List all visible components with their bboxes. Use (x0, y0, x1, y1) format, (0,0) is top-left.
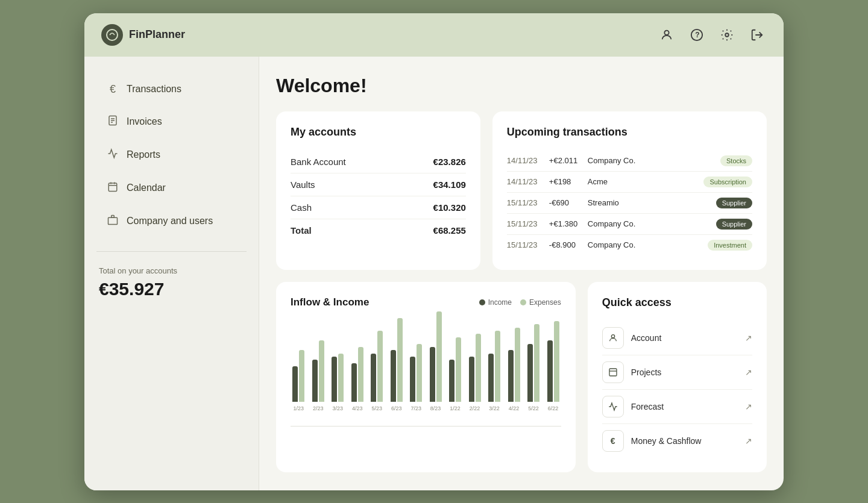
chart-header: Inflow & Income Income Expenses (291, 296, 561, 308)
account-value-bank: €23.826 (433, 157, 466, 167)
txn-date: 15/11/23 (507, 219, 542, 228)
quick-item-money-cashflow[interactable]: € Money & Cashflow ↗ (602, 424, 752, 458)
bar-label: 8/23 (430, 405, 441, 411)
table-row: 15/11/23 -€690 Streamio Supplier (507, 193, 752, 214)
svg-point-4 (725, 33, 729, 37)
sidebar-item-invoices[interactable]: Invoices (96, 107, 247, 137)
expense-bar (436, 311, 442, 402)
bar-group: 5/23 (369, 311, 385, 411)
svg-point-1 (664, 30, 668, 34)
txn-name: Streamio (588, 198, 709, 207)
account-icon-box (602, 327, 624, 349)
quick-item-account[interactable]: Account ↗ (602, 321, 752, 355)
svg-rect-14 (112, 215, 115, 217)
income-bar (469, 357, 474, 402)
quick-label-money: Money & Cashflow (631, 436, 738, 446)
account-name-cash: Cash (291, 202, 312, 213)
upcoming-card-title: Upcoming transactions (507, 126, 752, 139)
quick-access-title: Quick access (602, 296, 752, 309)
sidebar-item-transactions[interactable]: € Transactions (96, 75, 247, 104)
bar-group: 4/22 (506, 311, 521, 411)
account-value-total: €68.255 (433, 225, 466, 236)
chart-legend: Income Expenses (479, 298, 561, 307)
txn-date: 15/11/23 (507, 240, 542, 249)
reports-icon (106, 148, 119, 162)
expense-bar (534, 324, 539, 402)
bar-group: 1/23 (291, 311, 306, 411)
bar-label: 5/23 (371, 405, 382, 411)
bar-group: 7/23 (408, 311, 424, 411)
income-bar (410, 357, 415, 402)
user-icon[interactable] (657, 25, 676, 45)
txn-badge: Investment (708, 240, 752, 251)
projects-icon-box (602, 361, 624, 383)
calendar-icon (106, 181, 119, 195)
bar-label: 6/23 (391, 405, 402, 411)
account-name-vaults: Vaults (291, 180, 315, 190)
account-value-vaults: €34.109 (433, 180, 466, 190)
txn-name: Acme (588, 177, 697, 186)
expense-bar (495, 331, 500, 402)
income-bar (430, 347, 435, 402)
income-bar (488, 354, 494, 402)
money-icon-box: € (602, 430, 624, 452)
bar-label: 1/23 (293, 405, 304, 411)
txn-badge: Stocks (720, 155, 752, 166)
upcoming-transactions-card: Upcoming transactions 14/11/23 +€2.011 C… (492, 111, 767, 270)
settings-icon[interactable] (717, 25, 737, 45)
bottom-cards-row: Inflow & Income Income Expenses (276, 282, 767, 472)
expenses-dot (520, 299, 526, 305)
sidebar-label-reports: Reports (127, 149, 160, 160)
table-row: 15/11/23 +€1.380 Company Co. Supplier (507, 214, 752, 235)
svg-rect-9 (108, 183, 117, 192)
income-bar (292, 366, 298, 402)
sidebar: € Transactions Invoices Reports (84, 57, 259, 490)
svg-rect-22 (609, 369, 617, 376)
bar-label: 3/23 (332, 405, 343, 411)
header: FinPlanner ? (84, 13, 784, 57)
euro-icon: € (106, 83, 119, 96)
chart-card: Inflow & Income Income Expenses (276, 282, 576, 472)
income-bar (547, 340, 553, 402)
sidebar-item-company-users[interactable]: Company and users (96, 206, 247, 237)
help-icon[interactable]: ? (687, 25, 706, 45)
sidebar-label-company: Company and users (127, 216, 213, 227)
bar-label: 2/22 (470, 405, 480, 411)
table-row: 14/11/23 +€198 Acme Subscription (507, 172, 752, 193)
income-bar (527, 344, 533, 402)
table-row: 14/11/23 +€2.011 Company Co. Stocks (507, 151, 752, 172)
external-link-icon: ↗ (745, 402, 752, 411)
expense-bar (515, 328, 520, 402)
bar-group: 3/23 (330, 311, 345, 411)
logo: FinPlanner (101, 24, 185, 46)
bar-label: 7/23 (410, 405, 421, 411)
forecast-icon-box (602, 396, 624, 417)
account-row-vaults: Vaults €34.109 (291, 173, 466, 196)
transactions-list: 14/11/23 +€2.011 Company Co. Stocks 14/1… (507, 151, 752, 255)
sidebar-item-reports[interactable]: Reports (96, 140, 247, 170)
svg-point-0 (107, 30, 118, 40)
quick-item-forecast[interactable]: Forecast ↗ (602, 390, 752, 424)
account-value-cash: €10.320 (433, 202, 466, 213)
sidebar-item-calendar[interactable]: Calendar (96, 173, 247, 204)
bar-label: 5/22 (528, 405, 539, 411)
legend-expenses: Expenses (520, 298, 561, 307)
table-row: 15/11/23 -€8.900 Company Co. Investment (507, 235, 752, 255)
income-bar (312, 360, 318, 402)
external-link-icon: ↗ (745, 436, 752, 446)
expense-bar (319, 340, 324, 402)
top-cards-row: My accounts Bank Account €23.826 Vaults … (276, 111, 767, 270)
app-window: FinPlanner ? (84, 13, 784, 490)
quick-access-list: Account ↗ Projects ↗ (602, 321, 752, 458)
main-layout: € Transactions Invoices Reports (84, 57, 784, 490)
logout-icon[interactable] (747, 25, 767, 45)
company-icon (106, 214, 119, 228)
legend-income-label: Income (488, 298, 512, 307)
bar-group: 3/22 (486, 311, 502, 411)
svg-point-21 (611, 334, 614, 337)
quick-item-projects[interactable]: Projects ↗ (602, 355, 752, 390)
bar-label: 4/22 (509, 405, 520, 411)
svg-rect-13 (108, 217, 118, 224)
bar-group: 8/23 (427, 311, 443, 411)
quick-access-card: Quick access Account ↗ (588, 282, 767, 472)
